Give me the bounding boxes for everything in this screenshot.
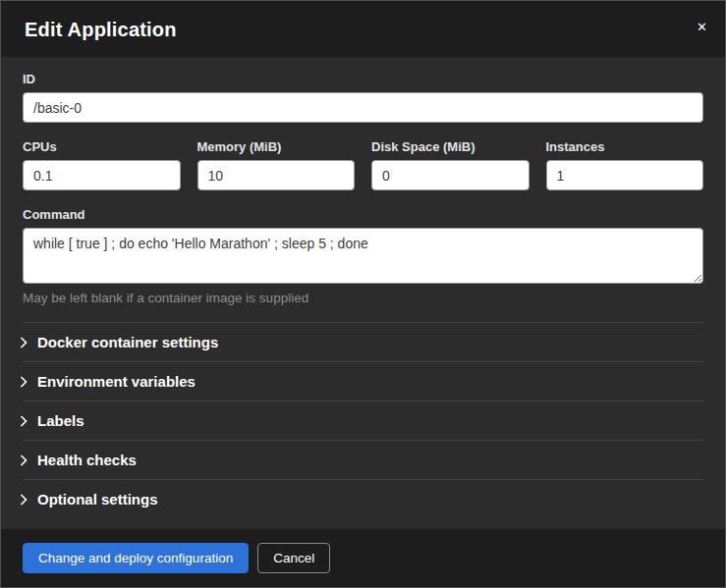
section-health-checks[interactable]: Health checks <box>23 441 703 480</box>
modal-footer: Change and deploy configuration Cancel <box>1 529 725 587</box>
command-field-group: Command May be left blank if a container… <box>23 207 703 305</box>
section-optional-settings[interactable]: Optional settings <box>23 480 703 518</box>
chevron-right-icon <box>20 454 28 466</box>
disk-input[interactable] <box>371 160 530 190</box>
cpus-input[interactable] <box>23 160 181 190</box>
close-icon[interactable]: ✕ <box>693 17 711 37</box>
chevron-right-icon <box>20 415 28 427</box>
command-input[interactable] <box>23 228 703 284</box>
id-label: ID <box>23 72 703 86</box>
instances-input[interactable] <box>546 160 704 190</box>
cpus-field-group: CPUs <box>23 139 181 190</box>
command-help-text: May be left blank if a container image i… <box>23 291 703 305</box>
memory-label: Memory (MiB) <box>197 139 356 154</box>
disk-field-group: Disk Space (MiB) <box>371 139 530 190</box>
change-and-deploy-button[interactable]: Change and deploy configuration <box>23 543 249 573</box>
disk-label: Disk Space (MiB) <box>371 139 530 154</box>
chevron-right-icon <box>20 337 28 348</box>
resources-row: CPUs Memory (MiB) Disk Space (MiB) Insta… <box>23 139 703 190</box>
section-docker-container-settings[interactable]: Docker container settings <box>23 323 703 362</box>
section-label: Labels <box>37 412 84 429</box>
modal-title: Edit Application <box>25 19 701 41</box>
section-label: Environment variables <box>37 373 195 390</box>
command-label: Command <box>23 207 703 222</box>
settings-accordion: Docker container settings Environment va… <box>23 322 703 518</box>
section-label: Health checks <box>37 452 137 468</box>
edit-application-modal: Edit Application ✕ ID CPUs Memory (MiB) … <box>0 0 726 588</box>
chevron-right-icon <box>20 376 28 388</box>
memory-input[interactable] <box>197 160 356 190</box>
cancel-button[interactable]: Cancel <box>257 543 330 573</box>
section-environment-variables[interactable]: Environment variables <box>23 362 703 401</box>
modal-header: Edit Application ✕ <box>1 1 725 57</box>
modal-body: ID CPUs Memory (MiB) Disk Space (MiB) In… <box>1 57 725 529</box>
cpus-label: CPUs <box>23 139 181 154</box>
section-labels[interactable]: Labels <box>23 401 703 441</box>
instances-label: Instances <box>546 139 704 154</box>
chevron-right-icon <box>20 494 28 506</box>
id-input[interactable] <box>23 92 703 123</box>
section-label: Docker container settings <box>37 334 218 350</box>
instances-field-group: Instances <box>546 139 704 190</box>
id-field-group: ID <box>23 72 703 123</box>
section-label: Optional settings <box>37 491 158 508</box>
memory-field-group: Memory (MiB) <box>197 139 356 190</box>
